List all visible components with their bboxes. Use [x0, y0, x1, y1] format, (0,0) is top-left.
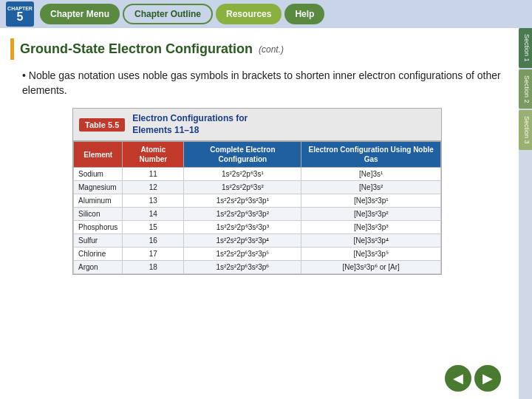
cell-element: Phosphorus — [74, 221, 123, 234]
col-header-complete: Complete Electron Configuration — [184, 142, 301, 168]
cell-element: Silicon — [74, 208, 123, 221]
cell-atomic: 16 — [123, 234, 184, 248]
cell-element: Sodium — [74, 168, 123, 181]
chapter-badge: CHAPTER 5 — [6, 1, 34, 27]
cell-element: Magnesium — [74, 181, 123, 194]
chapter-number: 5 — [17, 11, 24, 23]
cell-atomic: 12 — [123, 181, 184, 194]
col-header-element: Element — [74, 142, 123, 168]
back-arrow-button[interactable]: ◀ — [445, 365, 471, 392]
table-row: Sulfur 16 1s²2s²2p⁶3s²3p⁴ [Ne]3s²3p⁴ — [74, 234, 441, 248]
top-navigation: CHAPTER 5 Chapter Menu Chapter Outline R… — [0, 0, 532, 28]
col-header-noble: Electron Configuration Using Noble Gas — [301, 142, 441, 168]
data-table-container: Table 5.5 Electron Configurations for El… — [72, 108, 442, 275]
help-button[interactable]: Help — [284, 4, 324, 24]
main-content: Ground-State Electron Configuration (con… — [0, 28, 519, 399]
cell-complete: 1s²2s²2p⁶3s¹ — [184, 168, 301, 181]
cell-atomic: 17 — [123, 248, 184, 261]
cell-element: Sulfur — [74, 234, 123, 248]
resources-button[interactable]: Resources — [216, 4, 282, 24]
cell-complete: 1s²2s²2p⁶3s² — [184, 181, 301, 194]
cont-label: (cont.) — [259, 44, 284, 55]
cell-noble: [Ne]3s¹ — [301, 168, 441, 181]
cell-complete: 1s²2s²2p⁶3s²3p⁶ — [184, 261, 301, 274]
cell-complete: 1s²2s²2p⁶3s²3p⁵ — [184, 248, 301, 261]
table-title: Electron Configurations for Elements 11–… — [132, 113, 248, 136]
col-header-atomic: Atomic Number — [123, 142, 184, 168]
cell-noble: [Ne]3s²3p⁶ or [Ar] — [301, 261, 441, 274]
cell-complete: 1s²2s²2p⁶3s²3p¹ — [184, 194, 301, 208]
table-row: Phosphorus 15 1s²2s²2p⁶3s²3p³ [Ne]3s²3p³ — [74, 221, 441, 234]
cell-complete: 1s²2s²2p⁶3s²3p² — [184, 208, 301, 221]
table-row: Aluminum 13 1s²2s²2p⁶3s²3p¹ [Ne]3s²3p¹ — [74, 194, 441, 208]
cell-atomic: 11 — [123, 168, 184, 181]
cell-atomic: 14 — [123, 208, 184, 221]
section-1-tab[interactable]: Section 1 — [519, 28, 532, 68]
table-header-block: Table 5.5 Electron Configurations for El… — [73, 109, 441, 141]
cell-complete: 1s²2s²2p⁶3s²3p⁴ — [184, 234, 301, 248]
chapter-outline-button[interactable]: Chapter Outline — [123, 4, 213, 24]
section-2-tab[interactable]: Section 2 — [519, 69, 532, 109]
cell-noble: [Ne]3s² — [301, 181, 441, 194]
bullet-text: Noble gas notation uses noble gas symbol… — [10, 69, 504, 98]
cell-atomic: 18 — [123, 261, 184, 274]
electron-config-table: Element Atomic Number Complete Electron … — [73, 141, 441, 274]
table-row: Silicon 14 1s²2s²2p⁶3s²3p² [Ne]3s²3p² — [74, 208, 441, 221]
forward-arrow-button[interactable]: ▶ — [474, 365, 501, 392]
table-row: Chlorine 17 1s²2s²2p⁶3s²3p⁵ [Ne]3s²3p⁵ — [74, 248, 441, 261]
cell-noble: [Ne]3s²3p¹ — [301, 194, 441, 208]
cell-element: Chlorine — [74, 248, 123, 261]
cell-element: Argon — [74, 261, 123, 274]
table-badge: Table 5.5 — [79, 118, 125, 132]
cell-element: Aluminum — [74, 194, 123, 208]
table-row: Argon 18 1s²2s²2p⁶3s²3p⁶ [Ne]3s²3p⁶ or [… — [74, 261, 441, 274]
section-tabs: Section 1 Section 2 Section 3 — [519, 28, 532, 150]
navigation-arrows: ◀ ▶ — [445, 365, 501, 392]
cell-atomic: 13 — [123, 194, 184, 208]
cell-complete: 1s²2s²2p⁶3s²3p³ — [184, 221, 301, 234]
cell-atomic: 15 — [123, 221, 184, 234]
cell-noble: [Ne]3s²3p² — [301, 208, 441, 221]
table-row: Sodium 11 1s²2s²2p⁶3s¹ [Ne]3s¹ — [74, 168, 441, 181]
page-title: Ground-State Electron Configuration — [20, 41, 253, 57]
section-3-tab[interactable]: Section 3 — [519, 110, 532, 150]
cell-noble: [Ne]3s²3p⁵ — [301, 248, 441, 261]
cell-noble: [Ne]3s²3p³ — [301, 221, 441, 234]
title-bar: Ground-State Electron Configuration (con… — [10, 38, 504, 60]
chapter-menu-button[interactable]: Chapter Menu — [40, 4, 120, 24]
table-row: Magnesium 12 1s²2s²2p⁶3s² [Ne]3s² — [74, 181, 441, 194]
cell-noble: [Ne]3s²3p⁴ — [301, 234, 441, 248]
